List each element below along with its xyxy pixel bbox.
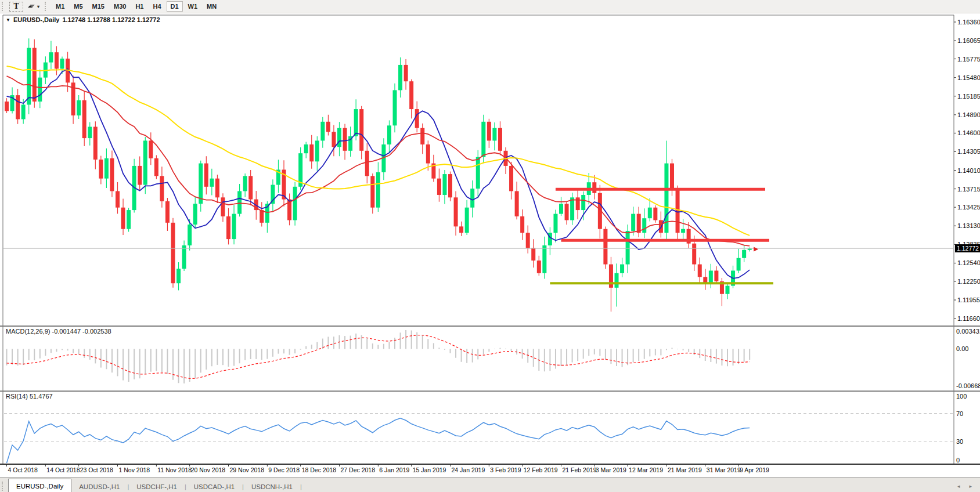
- mt4-window: T ▾ M1M5M15M30H1H4D1W1MN ▼ EURUSD-,Daily…: [0, 0, 980, 492]
- candle-body: [487, 122, 491, 141]
- candle-body: [221, 197, 225, 216]
- candle-body: [376, 172, 380, 208]
- candle-body: [370, 176, 374, 207]
- candle-body: [626, 231, 630, 265]
- text-tool-button[interactable]: T: [9, 2, 23, 12]
- candle-body: [648, 208, 652, 218]
- candle-body: [676, 189, 680, 233]
- chart-canvas[interactable]: [0, 0, 980, 492]
- timeframe-button-w1[interactable]: W1: [184, 1, 202, 12]
- chart-tab-bar: EURUSD-,DailyAUDUSD-,H1|USDCHF-,H1|USDCA…: [0, 477, 980, 492]
- candle-body: [176, 269, 181, 283]
- candle-body: [359, 109, 363, 151]
- candle-body: [509, 166, 513, 191]
- candle-body: [27, 48, 31, 105]
- candle-body: [105, 158, 109, 179]
- toolbar-grip[interactable]: [2, 2, 5, 11]
- candle-body: [465, 208, 469, 233]
- candle-body: [232, 214, 236, 240]
- sync-arrows-tool-button[interactable]: ▾: [24, 1, 42, 12]
- candle-body: [293, 187, 297, 220]
- candle-body: [631, 214, 635, 231]
- candle-body: [55, 52, 59, 68]
- candle-body: [570, 197, 574, 220]
- candle-body: [60, 59, 64, 68]
- tabbar-grip[interactable]: [2, 482, 5, 491]
- candle-body: [16, 95, 20, 119]
- timeframe-button-d1[interactable]: D1: [167, 1, 183, 12]
- candle-body: [565, 204, 569, 220]
- candle-body: [726, 286, 730, 294]
- tab-scroll-right-icon[interactable]: ▸: [969, 483, 972, 489]
- candle-body: [33, 48, 37, 102]
- candle-body: [670, 164, 674, 189]
- candle-body: [260, 210, 264, 223]
- candle-body: [437, 179, 441, 195]
- chart-tab-3[interactable]: USDCHF-,H1: [129, 480, 185, 492]
- candle-body: [138, 166, 142, 185]
- candle-body: [581, 195, 585, 210]
- timeframe-button-h4[interactable]: H4: [149, 1, 165, 12]
- chart-tab-4[interactable]: USDCAD-,H1: [186, 480, 242, 492]
- candle-body: [49, 52, 53, 62]
- candle-body: [537, 261, 541, 273]
- candle-body: [354, 109, 358, 136]
- timeframe-button-m15[interactable]: M15: [88, 1, 109, 12]
- candle-body: [116, 191, 120, 207]
- candle-body: [365, 151, 369, 176]
- candle-body: [326, 122, 330, 132]
- candle-body: [160, 176, 164, 201]
- candle-body: [315, 140, 319, 161]
- candle-body: [110, 158, 114, 191]
- timeframe-button-mn[interactable]: MN: [203, 1, 221, 12]
- candle-body: [553, 214, 557, 233]
- candle-body: [681, 229, 685, 233]
- candle-body: [742, 250, 746, 258]
- candle-body: [165, 201, 170, 223]
- candle-body: [709, 270, 713, 283]
- candle-body: [714, 270, 718, 281]
- candle-body: [692, 244, 696, 265]
- candle-body: [642, 218, 646, 233]
- candle-body: [320, 122, 325, 141]
- timeframe-button-m1[interactable]: M1: [52, 1, 69, 12]
- candle-body: [243, 176, 247, 191]
- candle-body: [171, 223, 175, 283]
- candle-body: [592, 182, 596, 193]
- candle-body: [415, 109, 419, 128]
- candle-body: [698, 265, 702, 277]
- tab-scroll-arrows: ◂ ▸: [957, 483, 972, 489]
- candle-body: [337, 128, 341, 147]
- candle-body: [304, 144, 308, 153]
- candle-body: [420, 128, 424, 144]
- candle-body: [210, 179, 214, 187]
- candle-body: [237, 191, 242, 214]
- candle-body: [615, 273, 619, 288]
- candle-body: [226, 216, 230, 239]
- chart-tab-5[interactable]: USDCNH-,H1: [244, 480, 300, 492]
- candle-body: [193, 204, 197, 225]
- chart-tab-2[interactable]: AUDUSD-,H1: [71, 480, 127, 492]
- chart-tab-1[interactable]: EURUSD-,Daily: [8, 479, 71, 492]
- candle-body: [93, 127, 98, 160]
- candle-body: [737, 258, 741, 271]
- timeframe-button-m5[interactable]: M5: [70, 1, 87, 12]
- candle-body: [5, 102, 9, 111]
- candle-body: [82, 100, 87, 138]
- candle-body: [559, 204, 563, 214]
- candle-body: [476, 157, 480, 189]
- timeframe-button-h1[interactable]: H1: [131, 1, 147, 12]
- tab-scroll-left-icon[interactable]: ◂: [957, 483, 960, 489]
- candle-body: [248, 176, 253, 199]
- chart-tabs: EURUSD-,DailyAUDUSD-,H1|USDCHF-,H1|USDCA…: [8, 479, 302, 492]
- candle-body: [603, 229, 607, 265]
- timeframe-toolbar: M1M5M15M30H1H4D1W1MN: [51, 1, 221, 12]
- chart-background: [0, 0, 980, 492]
- candle-body: [182, 245, 186, 269]
- candle-body: [404, 65, 408, 81]
- candle-body: [520, 216, 524, 233]
- candle-body: [409, 81, 413, 109]
- toolbar-grip[interactable]: [45, 2, 48, 11]
- timeframe-button-m30[interactable]: M30: [110, 1, 130, 12]
- candle-body: [343, 128, 347, 151]
